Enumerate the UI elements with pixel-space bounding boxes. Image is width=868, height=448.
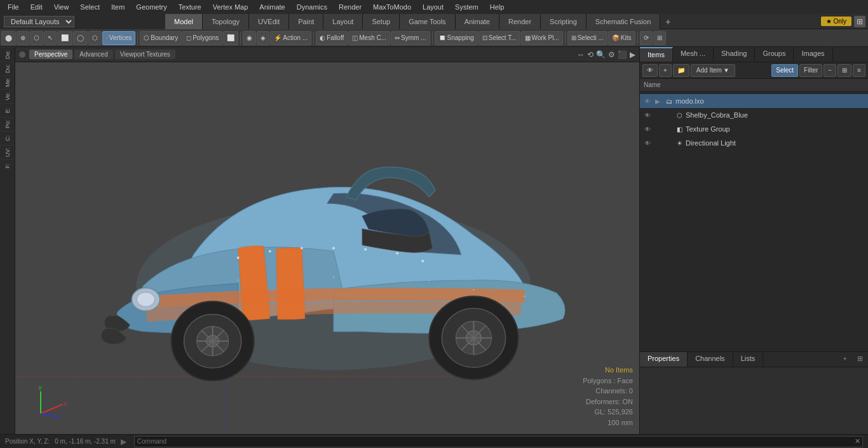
toolbar-btn-eye-sel[interactable]: ◉ <box>243 31 256 45</box>
bp-tab-properties[interactable]: Properties <box>640 352 688 367</box>
sidebar-btn-e[interactable]: E: <box>0 103 15 117</box>
items-minus-btn[interactable]: − <box>824 64 836 77</box>
command-clear-btn[interactable]: ✕ <box>852 437 862 447</box>
panel-tab-items[interactable]: Items <box>640 47 673 62</box>
bp-tab-lists[interactable]: Lists <box>733 352 764 367</box>
sidebar-btn-me[interactable]: Me: <box>0 75 15 89</box>
toolbar-btn-circle-plus[interactable]: ⊕ <box>17 31 29 45</box>
menu-item-layout[interactable]: Layout <box>417 2 449 12</box>
toolbar-btn-work-plane[interactable]: ▦Work Pl... <box>521 31 563 45</box>
star-only-btn[interactable]: ★ Only <box>821 17 851 26</box>
items-select-btn[interactable]: Select <box>771 64 798 77</box>
toolbar-btn-snapping[interactable]: 🔲Snapping <box>435 31 478 45</box>
command-input-area[interactable]: ✕ <box>134 436 863 447</box>
viewport-settings-icon[interactable]: ⚙ <box>608 50 615 59</box>
viewport-rotate-icon[interactable]: ⟲ <box>587 50 593 59</box>
mode-tab-uvedit[interactable]: UVEdit <box>249 14 289 29</box>
toolbar-btn-mesh-c[interactable]: ◫Mesh C... <box>348 31 390 45</box>
mode-tab-layout[interactable]: Layout <box>323 14 363 29</box>
toolbar-btn-kits[interactable]: 📦Kits <box>608 31 635 45</box>
items-menu-btn[interactable]: ≡ <box>853 64 865 77</box>
mode-tab-topology[interactable]: Topology <box>203 14 249 29</box>
add-item-btn[interactable]: Add Item ▼ <box>691 64 735 77</box>
sidebar-btn-du[interactable]: Du: <box>0 61 15 75</box>
vp-tab-perspective[interactable]: Perspective <box>29 50 72 59</box>
sidebar-btn-ve[interactable]: Ve: <box>0 89 15 103</box>
viewport-nav-icon[interactable]: ↔ <box>577 50 585 59</box>
items-icon-folder[interactable]: 📁 <box>673 64 689 77</box>
item-row-shelby-cobra[interactable]: 👁⬡Shelby_Cobra_Blue <box>640 108 868 122</box>
item-row-modo-lxo[interactable]: 👁▶🗂modo.lxo <box>640 94 868 108</box>
mode-tab-animate[interactable]: Animate <box>456 14 499 29</box>
toolbar-btn-select-box[interactable]: ⬜ <box>57 31 72 45</box>
panel-tab-groups[interactable]: Groups <box>755 47 794 62</box>
toolbar-btn-select-arrow[interactable]: ↖ <box>44 31 57 45</box>
menu-item-system[interactable]: System <box>450 2 484 12</box>
sidebar-btn-c[interactable]: C: <box>0 131 15 145</box>
tab-plus-btn[interactable]: + <box>660 14 675 29</box>
vp-tab-advanced[interactable]: Advanced <box>74 50 112 59</box>
toolbar-btn-falloff[interactable]: ◐Falloff <box>316 31 348 45</box>
toolbar-btn-select-t[interactable]: ⊡Select T... <box>478 31 520 45</box>
viewport-play-icon[interactable]: ▶ <box>630 50 635 59</box>
items-filter-btn[interactable]: Filter <box>799 64 822 77</box>
menu-item-texture[interactable]: Texture <box>173 2 207 12</box>
viewport-grid-icon[interactable]: ⬛ <box>618 50 627 59</box>
menu-item-item[interactable]: Item <box>106 2 130 12</box>
toolbar-btn-vertices-mode[interactable]: ·Vertices <box>102 31 135 45</box>
toolbar-btn-boundary-mode[interactable]: ⬡Boundary <box>140 31 182 45</box>
toolbar-btn-polygons-mode[interactable]: ◻Polygons <box>182 31 222 45</box>
items-icon-eye[interactable]: 👁 <box>642 64 658 77</box>
bp-tab-channels[interactable]: Channels <box>688 352 733 367</box>
menu-item-edit[interactable]: Edit <box>25 2 48 12</box>
item-row-texture-group[interactable]: 👁◧Texture Group <box>640 122 868 136</box>
toolbar-btn-selection[interactable]: ⊞Selecti ... <box>567 31 607 45</box>
menu-item-geometry[interactable]: Geometry <box>131 2 172 12</box>
mode-tab-model[interactable]: Model <box>165 14 203 29</box>
item-eye-texture-group[interactable]: 👁 <box>642 124 653 134</box>
sidebar-btn-po[interactable]: Po: <box>0 117 15 131</box>
menu-item-view[interactable]: View <box>49 2 74 12</box>
menu-item-maxtomodo[interactable]: MaxToModo <box>368 2 416 12</box>
menu-item-file[interactable]: File <box>3 2 24 12</box>
sidebar-btn-de[interactable]: De: <box>0 47 15 61</box>
expand-btn[interactable]: ⊞ <box>854 16 865 27</box>
toolbar-btn-mode4[interactable]: ⬜ <box>223 31 238 45</box>
toolbar-btn-select-lasso[interactable]: ⬡ <box>88 31 102 45</box>
item-row-directional-light[interactable]: 👁☀Directional Light <box>640 136 868 150</box>
sidebar-btn-f[interactable]: F: <box>0 159 15 173</box>
item-eye-modo-lxo[interactable]: 👁 <box>642 96 653 106</box>
mode-tab-game-tools[interactable]: Game Tools <box>400 14 456 29</box>
mode-tab-scripting[interactable]: Scripting <box>541 14 587 29</box>
toolbar-btn-hex[interactable]: ⬡ <box>30 31 43 45</box>
item-eye-directional-light[interactable]: 👁 <box>642 138 653 148</box>
toolbar-btn-symmetry[interactable]: ⇔Symm ... <box>391 31 430 45</box>
bp-expand-btn[interactable]: ⊞ <box>852 352 868 367</box>
toolbar-btn-refresh[interactable]: ⟳ <box>640 31 653 45</box>
mode-tab-render[interactable]: Render <box>499 14 541 29</box>
panel-tab-shading[interactable]: Shading <box>714 47 755 62</box>
toolbar-btn-dot[interactable]: ⬤ <box>1 31 16 45</box>
toolbar-btn-select-circle[interactable]: ◯ <box>73 31 88 45</box>
menu-item-dynamics[interactable]: Dynamics <box>292 2 332 12</box>
layout-selector[interactable]: Default Layouts <box>4 16 74 27</box>
panel-tab-mesh-[interactable]: Mesh ... <box>673 47 714 62</box>
toolbar-btn-action[interactable]: ⚡Action ... <box>270 31 311 45</box>
menu-item-render[interactable]: Render <box>334 2 367 12</box>
mode-tab-paint[interactable]: Paint <box>289 14 323 29</box>
viewport-zoom-icon[interactable]: 🔍 <box>596 50 606 59</box>
mode-tab-schematic-fusion[interactable]: Schematic Fusion <box>587 14 660 29</box>
sidebar-btn-uv[interactable]: UV: <box>0 145 15 159</box>
bp-tab-plus[interactable]: + <box>838 352 852 367</box>
menu-item-animate[interactable]: Animate <box>254 2 290 12</box>
vp-tab-viewport-textures[interactable]: Viewport Textures <box>115 50 175 59</box>
toolbar-btn-layout[interactable]: ⊞ <box>653 31 666 45</box>
items-icon-add[interactable]: + <box>659 64 672 77</box>
mode-tab-setup[interactable]: Setup <box>363 14 400 29</box>
panel-tab-images[interactable]: Images <box>794 47 832 62</box>
item-expand-modo-lxo[interactable]: ▶ <box>655 98 663 105</box>
toolbar-btn-center[interactable]: ◈ <box>257 31 269 45</box>
command-input[interactable] <box>135 438 852 445</box>
items-expand-btn[interactable]: ⊞ <box>837 64 851 77</box>
menu-item-vertex map[interactable]: Vertex Map <box>208 2 254 12</box>
